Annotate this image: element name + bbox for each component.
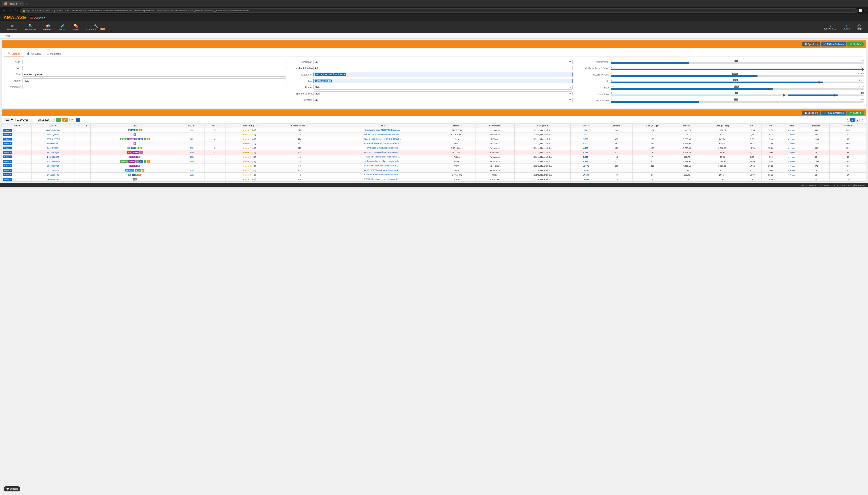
titel-link[interactable]: FACKELMANN Knoblauchpresse/Entst...	[364, 133, 401, 136]
verfügbar-select[interactable]: Ja Nein Alle	[314, 59, 573, 64]
action-cell[interactable]: Aktion ▾	[2, 155, 32, 159]
titel-link[interactable]: VAVOOST Knoblauchpresse Knoblauc...	[364, 151, 400, 153]
action-dropdown-arrow[interactable]: ▾	[10, 147, 12, 150]
col-titel[interactable]: T Titel T	[326, 124, 438, 128]
action-button[interactable]: Aktion	[3, 133, 10, 136]
address-bar[interactable]: 🔒 https://toolbox.amalyze.com/#/?p=Amazo…	[20, 8, 858, 13]
asin-link[interactable]: B00PNKYZQC	[47, 138, 60, 140]
titel-link[interactable]: Rösle Abstreifer Knoblauchpresse, Ede...	[364, 160, 400, 163]
titel-link[interactable]: WMF Profi Plus Knoblauchpresse, 17,5...	[364, 142, 401, 144]
buybox-select[interactable]: Ja Nein	[314, 98, 573, 102]
titel-input[interactable]	[22, 72, 286, 76]
col-bewertung[interactable]: T Bewertung T	[226, 124, 273, 128]
first-page-button[interactable]: «	[846, 118, 850, 122]
titel-link[interactable]: OXO Good Grips Knoblauchpresse	[366, 147, 398, 149]
verkauf-select[interactable]: Alle	[314, 66, 573, 70]
bewertung-track[interactable]	[611, 95, 864, 96]
action-button[interactable]: Aktion	[3, 178, 10, 181]
search-button-1[interactable]: 🔍 Suchen	[847, 42, 864, 47]
asin-link[interactable]: B06XJ2LQ5T	[47, 156, 59, 158]
titel-link[interactable]: PEARL Knoblauchpresse: Knoblauchr...	[364, 178, 400, 180]
action-button[interactable]: Aktion	[3, 173, 10, 176]
sidebar-item-dashboard[interactable]: ⊞ Dashboard	[4, 21, 22, 33]
page-2-button[interactable]: 2	[855, 118, 860, 122]
sidebar-item-extras[interactable]: 🧪 Extras	[56, 21, 69, 33]
typ-tag-input[interactable]: Eigenständig ✕	[314, 79, 573, 83]
prime-select[interactable]: Nein Ja	[314, 85, 573, 89]
asin-link[interactable]: B06XRYGZPB	[47, 160, 60, 163]
asin-link[interactable]: B0000BXV5Q	[47, 142, 59, 145]
new-tab-button[interactable]: +	[26, 2, 28, 6]
titel-link[interactable]: WMF Profi Plus Knoblauchpresse, 17,5...	[364, 165, 401, 167]
col-verkäufe[interactable]: Verkäufe	[601, 124, 633, 128]
action-cell[interactable]: Aktion ▾	[2, 164, 32, 168]
kategorie-tag-remove[interactable]: ✕	[343, 73, 346, 76]
bsr-handle[interactable]	[752, 75, 755, 77]
sidebar-item-health[interactable]: 💊 Health	[69, 21, 83, 33]
action-button[interactable]: Aktion	[3, 155, 10, 158]
bookmark-icon[interactable]: ☆	[853, 10, 855, 12]
action-dropdown-arrow[interactable]: ▾	[10, 169, 12, 172]
confirm-date-button[interactable]: ✓	[56, 118, 61, 122]
nav-einstellung[interactable]: ⚙ Einstellung...	[821, 23, 840, 32]
rezensionen-track[interactable]	[611, 101, 864, 103]
asin-link[interactable]: B0046ZKXJG	[47, 178, 59, 181]
ean-input[interactable]	[22, 66, 286, 70]
asin-link[interactable]: B01D318T9G	[47, 174, 59, 176]
tab-close-btn[interactable]: ✕	[19, 2, 21, 5]
mitbewerber-track[interactable]	[611, 62, 864, 64]
action-cell[interactable]: Aktion ▾	[2, 137, 32, 141]
col-seo[interactable]: SEO T	[179, 124, 205, 128]
col-marke[interactable]: T Marke T	[438, 124, 476, 128]
tab-suchen[interactable]: 🔍 Suchen	[4, 51, 24, 57]
action-cell[interactable]: Aktion ▾	[2, 177, 32, 182]
marke-input[interactable]	[22, 79, 286, 83]
sponsored-select[interactable]: Nein Ja	[314, 91, 573, 96]
col-as[interactable]: AS T	[204, 124, 225, 128]
action-dropdown-arrow[interactable]: ▾	[10, 173, 12, 176]
refresh-button[interactable]: ↺	[69, 118, 74, 122]
action-dropdown-arrow[interactable]: ▾	[10, 178, 12, 181]
action-dropdown-arrow[interactable]: ▾	[10, 151, 12, 154]
action-cell[interactable]: Aktion ▾	[2, 168, 32, 173]
action-cell[interactable]: Aktion ▾	[2, 150, 32, 155]
save-button-2[interactable]: 💾 Speichern	[802, 111, 820, 115]
action-cell[interactable]: Aktion ▾	[2, 173, 32, 177]
vk-track[interactable]	[611, 82, 864, 83]
col-rezensionen[interactable]: T Rezensionen T	[273, 124, 326, 128]
action-dropdown-arrow[interactable]: ▾	[10, 142, 12, 145]
save-button-1[interactable]: 💾 Speichern	[802, 42, 820, 47]
date-from-input[interactable]	[15, 118, 33, 122]
nav-forward-button[interactable]: →	[8, 8, 13, 13]
action-dropdown-arrow[interactable]: ▾	[10, 133, 12, 136]
rezensionen-handle[interactable]	[694, 101, 696, 103]
action-dropdown-arrow[interactable]: ▾	[10, 165, 12, 167]
language-selector[interactable]: 🇩🇪 Deutsch ▾	[30, 16, 45, 19]
asin-link[interactable]: B01JYY1QE5	[47, 151, 59, 154]
nav-refresh-button[interactable]: ↻	[14, 8, 19, 13]
nav-back-button[interactable]: ←	[2, 8, 7, 13]
action-button[interactable]: Aktion	[3, 169, 10, 172]
nav-help[interactable]: ? HELP	[853, 22, 864, 32]
mitbewerber-handle[interactable]	[684, 62, 687, 64]
tab-merkzettel[interactable]: ☐ Merkzettel	[44, 51, 65, 57]
action-dropdown-arrow[interactable]: ▾	[10, 138, 12, 140]
action-button[interactable]: Aktion	[3, 138, 10, 140]
action-dropdown-arrow[interactable]: ▾	[10, 160, 12, 163]
search-button-2[interactable]: 🔍 Suchen	[847, 111, 864, 115]
browser-tab[interactable]: Produkt ✕	[2, 1, 24, 6]
asin-link[interactable]: B00J3QDKTA	[47, 134, 59, 136]
col-asin[interactable]: ASIN ▾	[32, 124, 75, 128]
rows-per-page-select[interactable]: 100	[4, 118, 14, 122]
action-dropdown-arrow[interactable]: ▾	[10, 155, 12, 158]
wettbewerber-track[interactable]	[611, 69, 864, 70]
titel-link[interactable]: WMF 1871636030 Knoblauchpresse P...	[364, 169, 400, 171]
titel-link[interactable]: IKEA Knoblauchpresse KONCIS, EDELS...	[363, 138, 401, 140]
seo-track[interactable]	[611, 88, 864, 90]
action-cell[interactable]: Aktion ▾	[2, 159, 32, 164]
wettbewerber-handle[interactable]	[862, 68, 864, 71]
asin-link[interactable]: B017YTNH5E	[47, 169, 59, 172]
sidebar-item-chrome[interactable]: 🔧 Chrome Ext... Neu	[83, 21, 109, 33]
page-1-button[interactable]: 1	[850, 118, 855, 122]
typ-tag-remove[interactable]: ✕	[329, 80, 331, 82]
